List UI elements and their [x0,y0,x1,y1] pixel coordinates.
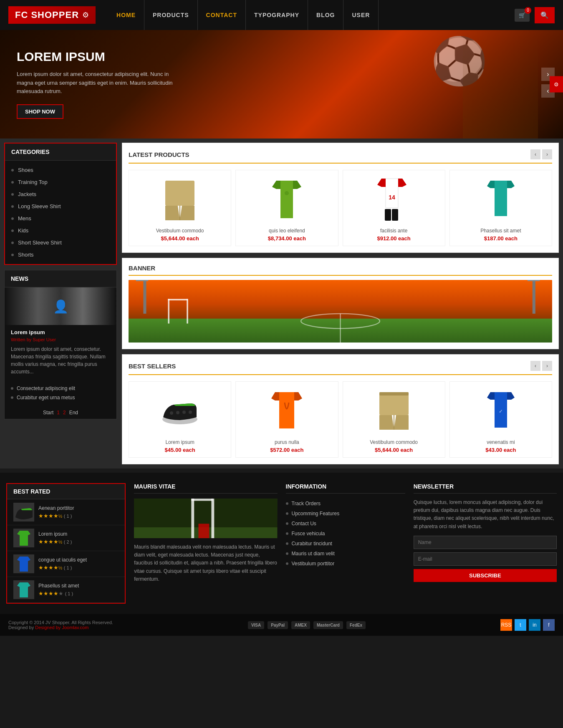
cat-kids[interactable]: Kids [5,224,116,237]
bs-product-card-3[interactable]: Vestibulum commodo $5,644.00 each [343,381,445,458]
info-link-vestibulum[interactable]: Vestibulum porttitor [286,559,405,569]
search-button[interactable]: 🔍 [535,7,555,23]
product-card-2[interactable]: quis leo eleifend $8,734.00 each [235,170,338,246]
product-card-3[interactable]: 14 facilisis ante $912.00 each [343,170,445,246]
info-link-curabitur[interactable]: Curabitur tincidunt [286,539,405,549]
rated-stars-3: ★★★★½ ( 1 ) [38,564,119,571]
page-2[interactable]: 2 [63,410,66,416]
subscribe-button[interactable]: SUBSCRIBE [414,569,557,582]
bestsellers-next-button[interactable]: › [542,361,552,371]
hero-content: LOREM IPSUM Lorem ipsum dolor sit amet, … [17,50,184,119]
latest-prev-button[interactable]: ‹ [530,149,540,159]
news-title: NEWS [5,270,116,287]
info-link-contact[interactable]: Contact Us [286,519,405,529]
settings-button[interactable]: ⚙ [550,76,563,93]
svg-marker-45 [17,531,30,546]
page-end[interactable]: End [69,410,78,416]
svg-rect-40 [379,392,409,395]
bs-product-name-2: purus nulla [240,439,333,445]
nav-products[interactable]: PRODUCTS [144,0,198,30]
rated-image-3 [13,554,34,573]
svg-rect-13 [392,209,398,221]
copyright-area: Copyright © 2014 JV Shopper. All Rights … [8,620,113,630]
bs-product-card-2[interactable]: purus nulla $572.00 each [235,381,338,458]
cat-dot [11,181,14,184]
nav-blog[interactable]: BLOG [308,0,343,30]
product-card-1[interactable]: Vestibulum commodo $5,644.00 each [129,170,231,246]
cart-button[interactable]: 🛒 0 [515,9,530,22]
rss-button[interactable]: RSS [500,619,512,631]
banner-image [129,280,552,343]
bs-product-price-2: $572.00 each [240,447,333,453]
bs-product-card-1[interactable]: Lorem ipsum $45.00 each [129,381,231,458]
info-link-track[interactable]: Track Orders [286,499,405,509]
sidebar: CATEGORIES Shoes Training Top Jackets Lo… [4,143,117,464]
link-dot [286,532,288,535]
latest-next-button[interactable]: › [542,149,552,159]
bestsellers-prev-button[interactable]: ‹ [530,361,540,371]
news-image: 👤 [5,287,116,325]
link-dot [11,396,13,399]
newsletter-text: Quisque luctus, lorem moncus aliquet adi… [414,499,557,531]
amex-icon: AMEX [291,621,310,629]
bs-product-card-4[interactable]: ✓ venenatis mi $43.00 each [449,381,552,458]
cat-dot [11,169,14,171]
rated-name-4: Phasellus sit amet [38,583,119,589]
nav-typography[interactable]: TYPOGRAPHY [246,0,308,30]
svg-rect-53 [199,524,210,538]
cat-long-sleeve[interactable]: Long Sleeve Shirt [5,200,116,212]
rated-stars-2: ★★★★½ ( 2 ) [38,539,119,545]
cat-shoes[interactable]: Shoes [5,164,116,176]
svg-marker-9 [377,179,386,187]
paypal-icon: PayPal [268,621,288,629]
news-link-2[interactable]: Curabitur eget urna metus [11,393,110,402]
nav-home[interactable]: HOME [108,0,144,30]
svg-marker-47 [17,582,30,597]
logo[interactable]: FC SHOPPER ⚙ [8,6,96,24]
twitter-button[interactable]: t [515,619,526,631]
product-name-1: Vestibulum commodo [133,228,227,234]
mauris-title: MAURIS VITAE [134,483,277,494]
news-link-1[interactable]: Consectetur adipiscing elit [11,384,110,393]
product-price-4: $187.00 each [454,235,548,242]
nav-user[interactable]: USER [343,0,379,30]
information-title: INFORMATION [286,483,405,494]
newsletter-name-input[interactable] [414,536,557,549]
svg-rect-23 [168,299,169,323]
best-rated-col: BEST RATED Aenean porttitor ★★★★½ ( 1 ) [6,483,126,604]
product-name-2: quis leo eleifend [240,228,333,234]
mauris-image [134,499,277,538]
cat-mens[interactable]: Mens [5,212,116,224]
info-link-mauris[interactable]: Mauris ut diam velit [286,549,405,559]
cat-shorts[interactable]: Shorts [5,249,116,261]
svg-marker-35 [294,392,302,401]
hero-player-decoration [463,30,538,139]
product-card-4[interactable]: Phasellus sit amet $187.00 each [449,170,552,246]
product-price-2: $8,734.00 each [240,235,333,242]
page-start[interactable]: Start [43,410,53,416]
bs-product-name-4: venenatis mi [454,439,548,445]
shop-now-button[interactable]: SHOP NOW [17,104,63,119]
svg-marker-6 [293,181,301,189]
bs-product-price-1: $45.00 each [133,447,227,453]
cat-jackets[interactable]: Jackets [5,188,116,200]
page-1[interactable]: 1 [57,410,60,416]
bs-product-image-2 [240,386,333,436]
product-image-3: 14 [347,174,441,224]
svg-rect-12 [385,209,391,221]
newsletter-email-input[interactable] [414,552,557,566]
info-link-fusce[interactable]: Fusce vehicula [286,529,405,539]
cat-training-top[interactable]: Training Top [5,176,116,188]
linkedin-button[interactable]: in [529,619,540,631]
facebook-button[interactable]: f [543,619,555,631]
news-post-title: Lorem ipsum [11,329,110,335]
svg-rect-21 [533,280,535,314]
svg-marker-46 [17,557,30,572]
cat-dot [11,242,14,244]
cat-short-sleeve[interactable]: Short Sleeve Shirt [5,237,116,249]
main-nav: HOME PRODUCTS CONTACT TYPOGRAPHY BLOG US… [108,0,379,30]
info-link-features[interactable]: Upcomming Features [286,509,405,519]
svg-marker-5 [272,181,280,189]
nav-contact[interactable]: CONTACT [198,0,246,30]
cat-dot [11,193,14,196]
